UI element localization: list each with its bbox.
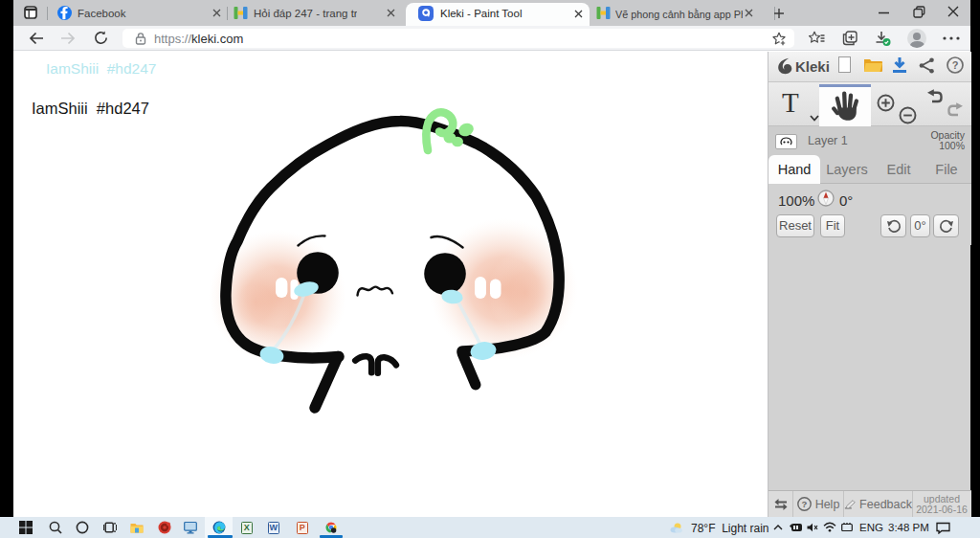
svg-text:?: ? [801,499,807,509]
svg-text:?: ? [952,59,959,71]
